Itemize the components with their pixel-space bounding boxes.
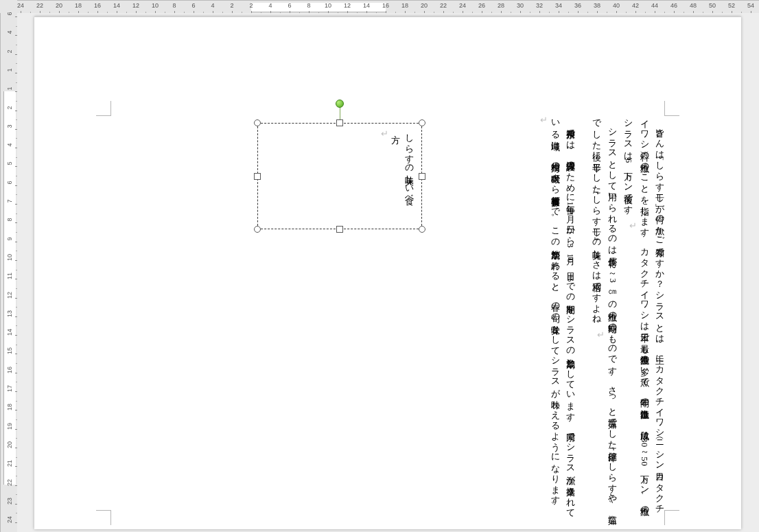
vertical-ruler[interactable]: 6421123456789101112131415161718192021222…: [0, 13, 19, 532]
paragraph-mark-icon: ↵: [531, 113, 548, 128]
h-ruler-tick: 30: [515, 1, 525, 14]
h-ruler-tick: 34: [554, 1, 563, 14]
resize-handle-top-left[interactable]: [254, 119, 261, 126]
h-ruler-tick: 2: [246, 1, 256, 14]
text-frame-content[interactable]: しらすの美味しい食べ 方↵: [381, 128, 416, 224]
resize-handle-top[interactable]: [336, 119, 343, 126]
v-ruler-tick: 5: [1, 161, 18, 171]
h-ruler-tick: 10: [150, 1, 160, 14]
v-ruler-tick: 1: [1, 86, 18, 96]
h-ruler-tick: 18: [400, 1, 410, 14]
h-ruler-tick: 8: [170, 1, 179, 14]
h-ruler-tick: 26: [477, 1, 487, 14]
h-ruler-tick: 36: [573, 1, 583, 14]
h-ruler-tick: 22: [439, 1, 448, 14]
v-ruler-tick: 15: [1, 349, 18, 358]
paragraph-mark-icon: ↵: [381, 127, 388, 141]
h-ruler-tick: 50: [708, 1, 717, 14]
h-ruler-tick: 4: [266, 1, 275, 14]
h-ruler-tick: 14: [362, 1, 371, 14]
v-ruler-tick: 13: [1, 312, 18, 321]
margin-corner-bottom-left: [96, 510, 111, 525]
v-ruler-tick: 4: [1, 143, 18, 152]
h-ruler-tick: 18: [73, 1, 83, 14]
v-ruler-tick: 19: [1, 424, 18, 434]
resize-handle-bottom[interactable]: [336, 226, 343, 233]
resize-handle-left[interactable]: [254, 173, 261, 180]
v-ruler-tick: 9: [1, 237, 18, 246]
h-ruler-tick: 8: [304, 1, 314, 14]
frame-line-1[interactable]: しらすの美味しい食べ: [402, 128, 416, 224]
v-ruler-tick: 6: [1, 12, 18, 21]
h-ruler-tick: 42: [631, 1, 640, 14]
h-ruler-tick: 12: [342, 1, 352, 14]
v-ruler-tick: 18: [1, 405, 18, 415]
h-ruler-tick: 14: [112, 1, 121, 14]
body-text-block-1[interactable]: 皆さんは「しらす干し」が何の魚かご存知ですか？ シラスとは、主にカタクチイワシ（…: [588, 113, 667, 517]
horizontal-ruler[interactable]: 2422201816141210864224681012141618202224…: [17, 0, 759, 14]
h-ruler-tick: 40: [611, 1, 621, 14]
h-ruler-tick: 38: [592, 1, 602, 14]
paragraph-1[interactable]: 皆さんは「しらす干し」が何の魚かご存知ですか？ シラスとは、主にカタクチイワシ（…: [624, 113, 665, 511]
h-ruler-tick: 12: [131, 1, 141, 14]
h-ruler-tick: 54: [746, 1, 756, 14]
margin-corner-top-left: [96, 101, 111, 116]
v-ruler-tick: 12: [1, 293, 18, 303]
v-ruler-tick: 22: [1, 481, 18, 490]
h-ruler-tick: 32: [535, 1, 544, 14]
text-frame[interactable]: しらすの美味しい食べ 方↵: [257, 123, 422, 229]
paragraph-2[interactable]: シラスとして用いられるのは体長が 2～3 ㎝の稚魚の時期のものです。さっと塩茹で…: [592, 113, 618, 509]
h-ruler-tick: 4: [208, 1, 218, 14]
paragraph-mark-icon: ↵: [588, 327, 605, 343]
v-ruler-tick: 23: [1, 499, 18, 509]
resize-handle-bottom-right[interactable]: [419, 226, 425, 233]
h-ruler-tick: 16: [381, 1, 390, 14]
h-ruler-tick: 20: [54, 1, 64, 14]
v-ruler-tick: 6: [1, 181, 18, 190]
v-ruler-tick: 8: [1, 218, 18, 227]
v-ruler-tick: 7: [1, 199, 18, 209]
h-ruler-tick: 52: [727, 1, 736, 14]
v-ruler-tick: 21: [1, 461, 18, 471]
v-ruler-tick: 16: [1, 368, 18, 378]
h-ruler-tick: 6: [189, 1, 198, 14]
v-ruler-tick: 1: [1, 68, 18, 78]
h-ruler-tick: 16: [93, 1, 102, 14]
v-ruler-tick: 14: [1, 330, 18, 340]
h-ruler-tick: 48: [688, 1, 698, 14]
h-ruler-tick: 46: [669, 1, 679, 14]
h-ruler-tick: 2: [227, 1, 237, 14]
v-ruler-tick: 10: [1, 255, 18, 265]
text-frame-selected[interactable]: しらすの美味しい食べ 方↵: [257, 123, 422, 229]
v-ruler-tick: 17: [1, 386, 18, 396]
v-ruler-tick: 2: [1, 106, 18, 115]
document-viewport[interactable]: 皆さんは「しらす干し」が何の魚かご存知ですか？ シラスとは、主にカタクチイワシ（…: [17, 13, 759, 532]
paragraph-mark-icon: ↵: [620, 218, 638, 233]
resize-handle-top-right[interactable]: [419, 119, 425, 126]
h-ruler-tick: 10: [323, 1, 333, 14]
h-ruler-tick: 6: [285, 1, 294, 14]
h-ruler-tick: 28: [496, 1, 506, 14]
resize-handle-right[interactable]: [419, 173, 425, 180]
v-ruler-tick: 11: [1, 274, 18, 284]
rotation-handle[interactable]: [336, 100, 344, 108]
h-ruler-tick: 44: [650, 1, 659, 14]
v-ruler-tick: 20: [1, 443, 18, 452]
h-ruler-tick: 24: [458, 1, 467, 14]
page[interactable]: 皆さんは「しらす干し」が何の魚かご存知ですか？ シラスとは、主にカタクチイワシ（…: [34, 16, 741, 529]
h-ruler-tick: 20: [419, 1, 429, 14]
frame-line-2[interactable]: 方: [388, 128, 402, 224]
resize-handle-bottom-left[interactable]: [254, 226, 261, 233]
body-text-block-2[interactable]: 神奈川県では、資源保護のために毎年 1 月 1 日から 3 月 10 日までの期…: [531, 113, 579, 517]
v-ruler-tick: 3: [1, 124, 18, 134]
v-ruler-tick: 4: [1, 30, 18, 40]
paragraph-3[interactable]: 神奈川県では、資源保護のために毎年 1 月 1 日から 3 月 10 日までの期…: [550, 113, 576, 513]
v-ruler-tick: 2: [1, 49, 18, 59]
h-ruler-tick: 22: [35, 1, 45, 14]
v-ruler-tick: 24: [1, 518, 18, 527]
